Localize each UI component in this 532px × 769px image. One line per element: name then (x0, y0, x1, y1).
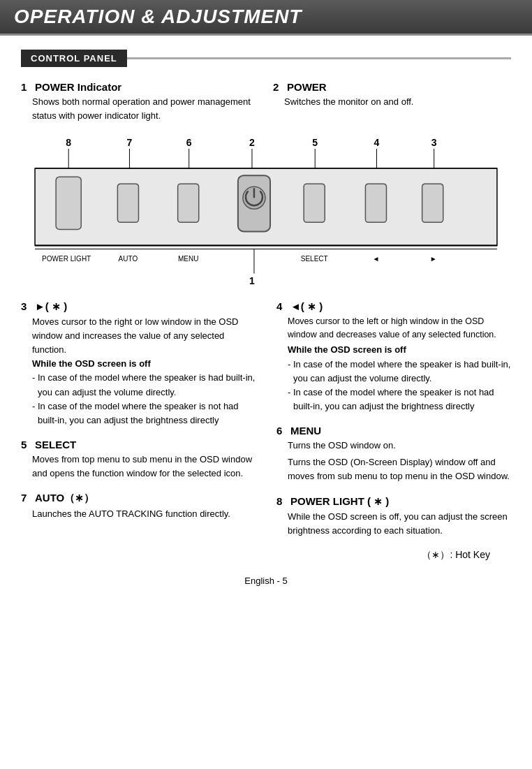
item6-desc1: Turns the OSD window on. (288, 439, 511, 453)
item8-desc: While the OSD screen is off, you can adj… (276, 510, 511, 538)
section-heading-bar: CONTROL PANEL (21, 50, 511, 67)
item1-title: POWER Indicator (35, 81, 121, 93)
section-divider-line (127, 57, 511, 59)
item5-header: 5 SELECT (21, 439, 256, 451)
item4-intro: Moves cursor to the left or high window … (276, 315, 511, 342)
item6-header: 6 MENU (276, 425, 511, 437)
svg-text:5: 5 (312, 137, 318, 148)
item4-bullet1: - In case of the model where the speaker… (288, 358, 511, 386)
section-label: CONTROL PANEL (21, 50, 127, 67)
item6-body: Turns the OSD window on. Turns the OSD (… (276, 439, 511, 483)
control-panel-diagram: 8 7 6 2 5 4 3 (21, 133, 511, 290)
item6-desc2: Turns the OSD (On-Screen Display) window… (288, 455, 511, 483)
item4-number: 4 (276, 300, 288, 312)
item7-title: AUTO（∗） (35, 492, 94, 505)
item2-title: POWER (287, 81, 327, 93)
item2-desc: Switches the monitor on and off. (273, 95, 511, 109)
item7-block: 7 AUTO（∗） Launches the AUTO TRACKING fun… (21, 492, 256, 521)
hot-key-note: （∗）: Hot Key (276, 549, 511, 562)
item1-header: 1 POWER Indicator (21, 81, 259, 93)
item3-block: 3 ►( ∗ ) Moves cursor to the right or lo… (21, 300, 256, 427)
item4-osd-title: While the OSD screen is off (288, 343, 511, 357)
item5-number: 5 (21, 439, 32, 451)
item6-block: 6 MENU Turns the OSD window on. Turns th… (276, 425, 511, 483)
item3-bullet1: - In case of the model where the speaker… (32, 371, 256, 399)
item1-block: 1 POWER Indicator Shows both normal oper… (21, 81, 259, 123)
svg-text:2: 2 (249, 137, 255, 148)
item3-osd-title: While the OSD screen is off (32, 357, 256, 371)
svg-rect-22 (365, 184, 386, 222)
item3-number: 3 (21, 300, 32, 312)
footer-text: English - 5 (21, 576, 511, 586)
item4-header: 4 ◄( ∗ ) (276, 300, 511, 313)
svg-text:4: 4 (374, 137, 380, 148)
diagram-svg: 8 7 6 2 5 4 3 (21, 133, 511, 288)
item3-header: 3 ►( ∗ ) (21, 300, 256, 313)
item6-title: MENU (290, 425, 321, 437)
svg-text:6: 6 (186, 137, 192, 148)
svg-text:8: 8 (66, 137, 71, 148)
item3-symbol: ►( ∗ ) (35, 300, 67, 313)
svg-text:POWER LIGHT: POWER LIGHT (42, 255, 91, 263)
item1-number: 1 (21, 81, 32, 93)
item3-desc: Moves cursor to the right or low window … (32, 315, 256, 357)
svg-rect-16 (56, 177, 81, 229)
svg-text:3: 3 (431, 137, 437, 148)
item7-desc: Launches the AUTO TRACKING function dire… (21, 507, 256, 521)
item1-desc: Shows both normal operation and power ma… (21, 95, 259, 123)
top-two-col: 1 POWER Indicator Shows both normal oper… (21, 81, 511, 123)
item5-desc: Moves from top menu to sub menu in the O… (21, 453, 256, 481)
item8-header: 8 POWER LIGHT ( ∗ ) (276, 495, 511, 508)
item6-number: 6 (276, 425, 288, 437)
svg-text:AUTO: AUTO (119, 255, 138, 263)
item7-header: 7 AUTO（∗） (21, 492, 256, 505)
item8-number: 8 (276, 495, 288, 507)
page-header: OPERATION & ADJUSTMENT (0, 0, 532, 36)
item8-title: POWER LIGHT ( ∗ ) (290, 495, 389, 508)
item4-block: 4 ◄( ∗ ) Moves cursor to the left or hig… (276, 300, 511, 413)
item2-block: 2 POWER Switches the monitor on and off. (273, 81, 511, 123)
svg-text:MENU: MENU (178, 255, 199, 263)
item4-symbol: ◄( ∗ ) (290, 300, 323, 313)
svg-text:7: 7 (127, 137, 133, 148)
svg-text:◄: ◄ (372, 255, 379, 263)
item3-body: Moves cursor to the right or low window … (21, 315, 256, 427)
item5-title: SELECT (35, 439, 76, 451)
svg-rect-18 (178, 184, 199, 222)
item2-header: 2 POWER (273, 81, 511, 93)
page-title: OPERATION & ADJUSTMENT (14, 6, 302, 28)
svg-rect-21 (304, 184, 325, 222)
svg-text:1: 1 (249, 275, 255, 286)
main-content: CONTROL PANEL 1 POWER Indicator Shows bo… (0, 36, 532, 600)
item2-number: 2 (273, 81, 284, 93)
item3-bullet2: - In case of the model where the speaker… (32, 400, 256, 427)
item4-body: While the OSD screen is off - In case of… (276, 343, 511, 413)
item7-number: 7 (21, 492, 32, 504)
svg-rect-17 (117, 184, 138, 222)
items-right-col: 4 ◄( ∗ ) Moves cursor to the left or hig… (269, 300, 511, 562)
item5-block: 5 SELECT Moves from top menu to sub menu… (21, 439, 256, 481)
svg-text:SELECT: SELECT (301, 255, 328, 263)
items-left-col: 3 ►( ∗ ) Moves cursor to the right or lo… (21, 300, 269, 562)
item8-block: 8 POWER LIGHT ( ∗ ) While the OSD screen… (276, 495, 511, 538)
svg-text:►: ► (430, 255, 437, 263)
items-grid: 3 ►( ∗ ) Moves cursor to the right or lo… (21, 300, 511, 562)
svg-rect-23 (422, 184, 443, 222)
item4-bullet2: - In case of the model where the speaker… (288, 386, 511, 413)
